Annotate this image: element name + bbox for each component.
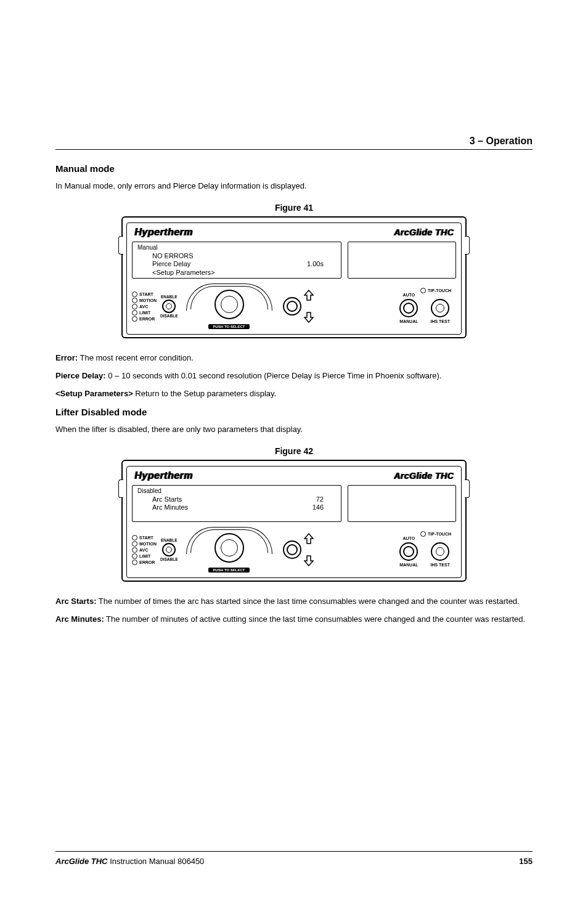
manual-label: MANUAL	[399, 563, 418, 567]
arc-minutes-definition: Arc Minutes: The number of minutes of ac…	[55, 614, 533, 624]
led-label: START	[139, 292, 153, 296]
manual-mode-intro: In Manual mode, only errors and Pierce D…	[55, 181, 533, 190]
lcd-mode: Manual	[137, 244, 336, 252]
control-panel-fig42: Hypertherm ArcGlide THC Disabled Arc Sta…	[121, 460, 467, 582]
enable-label: ENABLE	[161, 538, 178, 542]
enable-label: ENABLE	[161, 295, 178, 299]
disable-label: DISABLE	[160, 314, 178, 318]
ihs-test-knob[interactable]	[431, 542, 449, 561]
nav-knob[interactable]	[283, 540, 301, 559]
disable-label: DISABLE	[160, 557, 178, 561]
led-label: START	[139, 536, 153, 540]
nav-knob[interactable]	[283, 297, 301, 316]
panel-ridge	[465, 479, 470, 498]
product-logo: ArcGlide THC	[394, 471, 454, 481]
figure41-label: Figure 41	[55, 203, 533, 213]
lcd-secondary	[348, 242, 456, 279]
push-to-select-label: PUSH TO SELECT	[208, 324, 250, 329]
enable-switch[interactable]: ENABLE DISABLE	[160, 538, 178, 561]
footer-manual: Instruction Manual 806450	[108, 857, 205, 866]
led-dot	[420, 531, 426, 537]
lcd-main: Disabled Arc Starts72 Arc Minutes146	[132, 485, 341, 522]
led-dot	[132, 541, 137, 547]
auto-manual-knob[interactable]	[399, 542, 418, 561]
arrow-down-icon[interactable]	[304, 312, 314, 323]
led-dot	[132, 553, 137, 559]
led-dot	[132, 298, 137, 303]
lcd-mode: Disabled	[137, 487, 336, 495]
lcd-secondary	[348, 485, 456, 522]
lcd-arcmin-value: 146	[312, 503, 324, 512]
led-dot	[132, 310, 137, 316]
control-panel-fig41: Hypertherm ArcGlide THC Manual NO ERRORS…	[121, 216, 467, 338]
product-logo: ArcGlide THC	[394, 227, 454, 237]
led-dot	[132, 316, 137, 322]
brand-logo: Hypertherm	[134, 227, 193, 238]
tip-touch-label: TIP-TOUCH	[428, 532, 451, 536]
pierce-delay-definition: Pierce Delay: 0 – 10 seconds with 0.01 s…	[55, 371, 533, 380]
error-definition: Error: The most recent error condition.	[55, 353, 533, 362]
panel-ridge	[465, 236, 470, 255]
led-dot	[132, 560, 137, 565]
led-column: START MOTION AVC LIMIT ERROR	[132, 291, 157, 322]
brand-logo: Hypertherm	[134, 470, 193, 481]
led-label: AVC	[139, 304, 148, 309]
lcd-arcstarts-label: Arc Starts	[152, 495, 182, 504]
led-dot	[132, 547, 137, 553]
panel-ridge	[118, 236, 123, 255]
dial-knob[interactable]	[214, 290, 244, 319]
lcd-arcstarts-value: 72	[316, 495, 324, 504]
manual-mode-heading: Manual mode	[55, 163, 533, 174]
lcd-pierce-label: Pierce Delay	[152, 260, 190, 269]
footer-product: ArcGlide THC	[55, 857, 108, 866]
ihs-test-label: IHS TEST	[430, 563, 450, 567]
main-dial[interactable]: PUSH TO SELECT	[183, 283, 276, 329]
led-dot	[132, 535, 137, 540]
arrow-down-icon[interactable]	[304, 555, 314, 566]
auto-label: AUTO	[402, 536, 415, 540]
auto-label: AUTO	[402, 293, 415, 297]
enable-switch[interactable]: ENABLE DISABLE	[160, 295, 178, 318]
lifter-disabled-intro: When the lifter is disabled, there are o…	[55, 425, 533, 434]
lcd-pierce-value: 1.00s	[307, 260, 324, 269]
tip-touch-label: TIP-TOUCH	[428, 288, 451, 293]
manual-label: MANUAL	[399, 319, 418, 324]
led-dot	[132, 304, 137, 309]
led-label: LIMIT	[139, 554, 150, 558]
page-footer: ArcGlide THC Instruction Manual 806450 1…	[55, 851, 533, 866]
setup-params-definition: <Setup Parameters> Return to the Setup p…	[55, 389, 533, 398]
led-dot	[420, 288, 426, 293]
section-header: 3 – Operation	[55, 136, 533, 150]
figure42-label: Figure 42	[55, 446, 533, 456]
lifter-disabled-heading: Lifter Disabled mode	[55, 407, 533, 417]
arrow-up-icon[interactable]	[304, 290, 314, 301]
page-number: 155	[519, 857, 533, 866]
led-label: MOTION	[139, 298, 157, 303]
lcd-arcmin-label: Arc Minutes	[152, 503, 188, 512]
switch-knob[interactable]	[162, 543, 176, 556]
push-to-select-label: PUSH TO SELECT	[208, 568, 250, 573]
ihs-test-label: IHS TEST	[430, 319, 450, 324]
dial-knob[interactable]	[214, 533, 244, 563]
panel-ridge	[118, 479, 123, 498]
led-label: ERROR	[139, 317, 155, 321]
led-label: MOTION	[139, 542, 157, 546]
arrow-up-icon[interactable]	[304, 533, 314, 544]
led-label: AVC	[139, 548, 148, 552]
arc-starts-definition: Arc Starts: The number of times the arc …	[55, 597, 533, 606]
led-label: LIMIT	[139, 311, 150, 315]
switch-knob[interactable]	[162, 300, 176, 313]
main-dial[interactable]: PUSH TO SELECT	[183, 527, 276, 573]
led-label: ERROR	[139, 560, 155, 565]
auto-manual-knob[interactable]	[399, 299, 418, 317]
ihs-test-knob[interactable]	[431, 299, 449, 317]
lcd-main: Manual NO ERRORS Pierce Delay1.00s <Setu…	[132, 242, 341, 279]
led-dot	[132, 291, 137, 297]
lcd-setup: <Setup Parameters>	[152, 269, 215, 277]
lcd-line1: NO ERRORS	[152, 252, 194, 261]
led-column: START MOTION AVC LIMIT ERROR	[132, 535, 157, 565]
